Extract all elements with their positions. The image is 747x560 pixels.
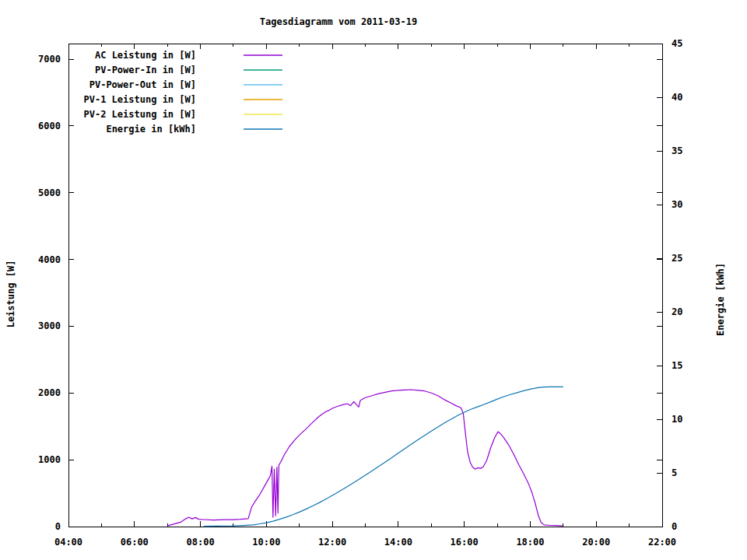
y2-tick-label: 10 xyxy=(672,414,682,425)
x-tick-label: 14:00 xyxy=(384,537,412,548)
x-tick-label: 08:00 xyxy=(186,537,214,548)
x-tick-label: 16:00 xyxy=(451,537,479,548)
y1-tick-label: 0 xyxy=(55,521,61,532)
x-tick-label: 06:00 xyxy=(121,537,149,548)
y2-tick-label: 40 xyxy=(672,92,682,103)
chart-title: Tagesdiagramm vom 2011-03-19 xyxy=(260,16,417,27)
x-tick-label: 18:00 xyxy=(516,537,544,548)
y2-tick-label: 35 xyxy=(672,145,682,156)
y2-tick-label: 5 xyxy=(672,467,677,478)
y1-tick-label: 3000 xyxy=(38,320,61,331)
y1-axis-title: Leistung [W] xyxy=(5,261,16,328)
y2-tick-label: 15 xyxy=(672,360,682,371)
y1-tick-label: 4000 xyxy=(38,254,61,265)
y1-tick-label: 7000 xyxy=(38,54,61,65)
y2-tick-label: 20 xyxy=(672,306,682,317)
plot-area: 04:0006:0008:0010:0012:0014:0016:0018:00… xyxy=(38,38,682,548)
y2-tick-label: 30 xyxy=(672,199,682,210)
y2-axis-title: Energie [kWh] xyxy=(715,263,726,336)
legend-label-1: AC Leistung in [W] xyxy=(95,50,196,61)
y1-tick-label: 2000 xyxy=(38,387,61,398)
y2-tick-label: 45 xyxy=(672,38,682,49)
x-tick-label: 10:00 xyxy=(252,537,280,548)
y1-tick-label: 6000 xyxy=(38,121,61,131)
legend-label-5: PV-2 Leistung in [W] xyxy=(84,109,197,120)
x-tick-label: 20:00 xyxy=(582,537,610,548)
series-line-1 xyxy=(167,390,562,526)
y2-tick-label: 0 xyxy=(672,521,677,532)
x-tick-label: 12:00 xyxy=(318,537,346,548)
legend-label-4: PV-1 Leistung in [W] xyxy=(84,94,197,105)
y1-tick-label: 5000 xyxy=(38,187,61,198)
y1-tick-label: 1000 xyxy=(38,454,61,465)
legend-label-2: PV-Power-In in [W] xyxy=(95,65,196,75)
series-line-6 xyxy=(204,387,563,526)
tagesdiagramm-chart: Tagesdiagramm vom 2011-03-19 Leistung [W… xyxy=(0,0,747,560)
x-tick-label: 22:00 xyxy=(648,537,676,548)
legend-label-3: PV-Power-Out in [W] xyxy=(89,79,196,90)
chart-canvas: Tagesdiagramm vom 2011-03-19 Leistung [W… xyxy=(0,0,747,560)
legend-label-6: Energie in [kWh] xyxy=(106,124,196,135)
y2-tick-label: 25 xyxy=(672,253,682,264)
x-tick-label: 04:00 xyxy=(54,537,82,548)
